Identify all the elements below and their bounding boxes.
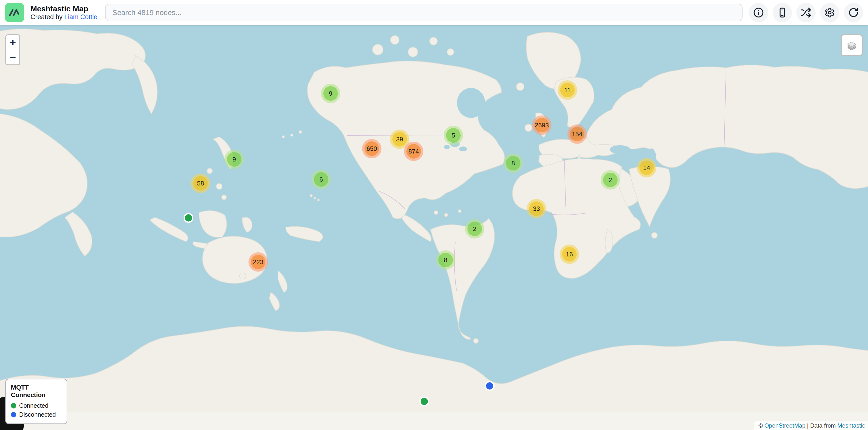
search-input[interactable]: [105, 4, 743, 21]
map-canvas[interactable]: 911269315439650874581429586332168223 + −…: [0, 0, 868, 430]
cluster-marker-alaska[interactable]: 9: [321, 84, 340, 103]
cluster-count: 6: [314, 172, 329, 187]
settings-button[interactable]: [820, 3, 839, 22]
meshtastic-link[interactable]: Meshtastic: [837, 422, 865, 429]
cluster-count: 874: [406, 144, 421, 159]
layers-stack-icon: [845, 38, 859, 52]
cluster-count: 8: [438, 253, 453, 267]
cluster-count: 2: [603, 173, 618, 187]
device-button[interactable]: [773, 3, 792, 22]
cluster-count: 16: [562, 247, 577, 262]
markers-layer: 911269315439650874581429586332168223: [0, 0, 868, 430]
map-attribution: © OpenStreetMap | Data from Meshtastic: [754, 421, 868, 430]
legend-label-connected: Connected: [19, 402, 49, 409]
zoom-in-button[interactable]: +: [6, 35, 20, 50]
cluster-marker-southeast-asia[interactable]: 58: [191, 174, 210, 193]
legend-row-connected: Connected: [11, 402, 62, 409]
cluster-marker-northeast-america[interactable]: 5: [444, 126, 463, 145]
cluster-marker-brazil[interactable]: 2: [465, 219, 485, 238]
mqtt-legend: MQTT Connection Connected Disconnected: [5, 379, 67, 424]
cluster-marker-northwest-africa[interactable]: 8: [503, 154, 523, 173]
node-marker-connected[interactable]: [420, 397, 429, 406]
cluster-marker-eastern-europe[interactable]: 154: [567, 125, 587, 144]
info-icon: [753, 7, 764, 18]
connected-dot-icon: [11, 403, 16, 408]
cluster-marker-west-coast-usa[interactable]: 650: [362, 139, 381, 158]
refresh-icon: [848, 7, 859, 18]
cluster-count: 2: [467, 222, 482, 236]
shuffle-icon: [801, 7, 811, 18]
author-link[interactable]: Liam Cottle: [64, 13, 98, 21]
zoom-out-button[interactable]: −: [6, 50, 20, 64]
cluster-count: 14: [640, 161, 654, 175]
cluster-marker-south-africa[interactable]: 16: [560, 244, 579, 264]
header-buttons: [749, 3, 863, 22]
cluster-count: 5: [446, 128, 461, 143]
cluster-marker-india[interactable]: 14: [637, 158, 656, 177]
cluster-marker-japan[interactable]: 9: [224, 150, 244, 169]
app-header: Meshtastic Map Created by Liam Cottle: [0, 0, 868, 25]
meshtastic-logo-icon: [5, 3, 24, 22]
cluster-count: 39: [392, 132, 407, 146]
cluster-count: 58: [193, 176, 208, 191]
cluster-marker-western-europe[interactable]: 2693: [532, 115, 552, 135]
legend-row-disconnected: Disconnected: [11, 411, 62, 418]
layers-control[interactable]: [841, 34, 863, 56]
cluster-count: 650: [365, 141, 379, 156]
cluster-marker-gulf-of-guinea[interactable]: 33: [527, 199, 546, 219]
cluster-marker-argentina[interactable]: 8: [436, 250, 455, 270]
cluster-marker-pacific[interactable]: 6: [311, 170, 331, 189]
cluster-count: 11: [560, 83, 575, 97]
node-marker-connected[interactable]: [184, 213, 193, 223]
page-title: Meshtastic Map: [31, 4, 97, 13]
attribution-middle: | Data from: [806, 422, 837, 429]
random-node-button[interactable]: [796, 3, 816, 22]
page-subtitle: Created by Liam Cottle: [31, 13, 97, 21]
cluster-marker-new-zealand[interactable]: 223: [248, 252, 268, 272]
settings-gear-icon: [825, 7, 835, 18]
cluster-count: 33: [529, 201, 544, 216]
cluster-count: 223: [251, 255, 266, 269]
attribution-copyright: ©: [758, 422, 764, 429]
title-block: Meshtastic Map Created by Liam Cottle: [31, 4, 99, 21]
openstreetmap-link[interactable]: OpenStreetMap: [764, 422, 805, 429]
legend-label-disconnected: Disconnected: [19, 411, 56, 418]
cluster-marker-arabian-sea[interactable]: 2: [600, 170, 620, 190]
cluster-count: 9: [227, 152, 242, 167]
cluster-marker-central-usa[interactable]: 874: [404, 142, 423, 161]
cluster-count: 8: [506, 156, 521, 170]
info-button[interactable]: [749, 3, 768, 22]
cluster-count: 9: [323, 86, 338, 101]
refresh-button[interactable]: [844, 3, 863, 22]
search-wrap: [105, 4, 743, 21]
legend-title: MQTT Connection: [11, 384, 62, 399]
node-marker-disconnected[interactable]: [485, 381, 495, 391]
map-zoom-control: + −: [5, 34, 20, 65]
smartphone-icon: [777, 7, 787, 18]
cluster-count: 154: [570, 127, 584, 141]
disconnected-dot-icon: [11, 412, 16, 418]
cluster-count: 2693: [534, 118, 549, 132]
cluster-marker-scandinavia[interactable]: 11: [558, 80, 577, 100]
